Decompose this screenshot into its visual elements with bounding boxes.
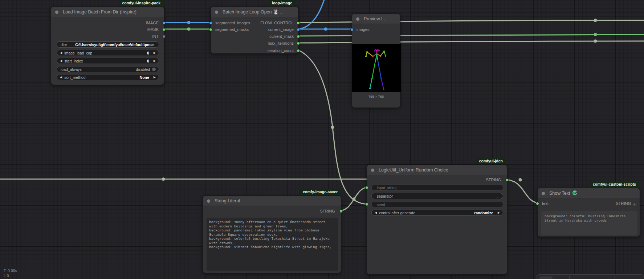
string-literal-textarea[interactable]: background: sunny afternoon on a quiet O… [207, 218, 338, 271]
output-label-mask: MASK [147, 26, 159, 33]
widget-separator[interactable]: separator , [371, 193, 503, 199]
input-port-input-string[interactable] [365, 186, 368, 189]
partial-node-divider [615, 276, 615, 279]
widget-label: sort_method [64, 75, 85, 80]
input-label-images: images [356, 26, 369, 33]
next-arrow-icon[interactable]: ▶ [498, 210, 500, 216]
prev-arrow-icon[interactable]: ◀ [375, 210, 377, 216]
output-label-max-iterations: max_iterations [268, 40, 294, 46]
widget-value: 0 [147, 51, 149, 55]
node-title-bar[interactable]: Batch Image Loop Open 🐰 ... [211, 7, 298, 17]
node-title-bar[interactable]: Show Text [538, 188, 640, 198]
widget-start-index[interactable]: ◀ start_index 0 ▶ [57, 58, 159, 64]
output-label-image: IMAGE [146, 20, 159, 26]
wire-current-mask [298, 35, 644, 36]
collapse-dot-icon[interactable] [371, 169, 374, 172]
output-port-image[interactable] [162, 21, 166, 25]
link-midpoint-dot [162, 178, 165, 181]
node-source-badge: comfyui-jdcn [477, 158, 505, 164]
widget-value: C:\Users\syui\git\comfyui\user\default\p… [75, 43, 156, 47]
input-port-seed[interactable] [365, 203, 368, 206]
collapse-dot-icon[interactable] [207, 199, 210, 203]
widget-label: start_index [64, 59, 83, 63]
link-midpoint-dot [187, 28, 191, 31]
node-preview-image[interactable]: Preview I... images [352, 13, 400, 108]
next-arrow-icon[interactable]: ▶ [154, 74, 156, 80]
widget-value: randomize [474, 211, 493, 215]
widget-label: input_string [377, 186, 396, 190]
node-source-badge: comfy-image-saver [300, 189, 340, 195]
increment-arrow-icon[interactable]: ▶ [154, 50, 156, 56]
input-port-text[interactable] [536, 202, 539, 205]
output-label-int: INT [152, 33, 159, 40]
node-title-bar[interactable]: LogicUtil_Uniform Random Choice [367, 165, 507, 175]
output-port-current-image[interactable] [297, 28, 300, 31]
widget-value: None [140, 75, 149, 80]
widget-label: seed [377, 202, 385, 207]
node-logicutil-random-choice[interactable]: comfyui-jdcn LogicUtil_Uniform Random Ch… [367, 165, 507, 275]
output-port-mask[interactable] [162, 28, 166, 31]
collapse-dot-icon[interactable] [215, 11, 218, 14]
increment-arrow-icon[interactable]: ▶ [154, 58, 156, 64]
widget-input-string[interactable]: input_string [371, 185, 503, 191]
pysssss-snake-icon [572, 192, 577, 197]
widget-load-always[interactable]: load_always disabled [57, 66, 159, 72]
node-title-bar[interactable]: String Literal [203, 196, 341, 206]
output-label-current-image: current_image [268, 26, 294, 33]
input-port-segmented-images[interactable] [209, 21, 212, 25]
wire-flow-control [298, 20, 644, 23]
input-port-images[interactable] [350, 28, 354, 31]
widget-control-after-generate[interactable]: ◀ control after generate randomize ▶ [371, 210, 503, 216]
widget-value: 0 [147, 59, 149, 63]
output-port-iteration-count[interactable] [297, 49, 300, 52]
node-show-text[interactable]: comfyui-custom-scripts Show Text text ST… [537, 188, 640, 237]
widget-label: dire [61, 43, 67, 47]
decrement-arrow-icon[interactable]: ◀ [60, 50, 62, 56]
output-port-current-mask[interactable] [297, 35, 300, 38]
execution-time-stat: T: 0.00s [4, 268, 17, 273]
widget-seed[interactable]: seed [371, 201, 503, 207]
preview-pose-image [352, 44, 401, 92]
output-label-current-mask: current_mask [269, 33, 294, 40]
node-graph-canvas[interactable]: comfyui-inspire-pack Load Image Batch Fr… [0, 0, 644, 279]
output-label-iteration-count: iteration_count [268, 47, 294, 54]
input-label-segmented-masks: segmented_masks [215, 26, 249, 33]
link-midpoint-dot [352, 198, 356, 201]
widget-sort-method[interactable]: ◀ sort_method None ▶ [57, 74, 159, 80]
output-port-string[interactable] [339, 210, 343, 213]
node-title-bar[interactable]: Load Image Batch From Dir (Inspire) [51, 7, 164, 17]
input-label-segmented-images: segmented_images [215, 20, 250, 26]
link-midpoint-dot [324, 28, 327, 31]
prev-arrow-icon[interactable]: ◀ [60, 74, 62, 80]
input-port-segmented-masks[interactable] [209, 28, 212, 31]
toggle-knob-icon[interactable] [152, 68, 156, 71]
collapse-dot-icon[interactable] [55, 11, 58, 14]
node-load-image-batch[interactable]: comfyui-inspire-pack Load Image Batch Fr… [51, 7, 164, 85]
node-string-literal[interactable]: comfy-image-saver String Literal STRING … [203, 195, 341, 273]
output-port-max-iterations[interactable] [297, 42, 300, 45]
output-port-string[interactable] [505, 178, 509, 182]
wire-string-to-showtext [504, 179, 540, 203]
widget-value: , [497, 194, 498, 198]
output-label-string: STRING [320, 208, 335, 214]
collapse-dot-icon[interactable] [542, 192, 545, 195]
node-title: Batch Image Loop Open 🐰 ... [223, 9, 284, 15]
input-label-text: text [542, 200, 549, 207]
node-title: Preview I... [364, 16, 386, 21]
node-title-bar[interactable]: Preview I... [352, 14, 400, 24]
widget-grid-icon[interactable] [633, 202, 637, 208]
node-source-badge: comfyui-inspire-pack [119, 0, 163, 6]
collapse-dot-icon[interactable] [356, 17, 359, 21]
wire-current-image-offscreen [298, 0, 325, 29]
widget-directory[interactable]: dire ... C:\Users\syui\git\comfyui\user\… [57, 41, 159, 48]
partial-node[interactable] [537, 274, 644, 279]
node-batch-image-loop[interactable]: loop-image Batch Image Loop Open 🐰 ... s… [211, 7, 298, 54]
node-source-badge: loop-image [269, 0, 295, 6]
link-midpoint-dot [594, 19, 597, 22]
show-text-display[interactable]: background: colorful bustling Takeshita … [541, 211, 637, 235]
output-port-int[interactable] [162, 35, 166, 38]
node-title: Show Text [549, 191, 570, 196]
output-port-flow-control[interactable] [297, 21, 300, 25]
decrement-arrow-icon[interactable]: ◀ [60, 58, 62, 64]
widget-image-load-cap[interactable]: ◀ image_load_cap 0 ▶ [57, 50, 159, 56]
